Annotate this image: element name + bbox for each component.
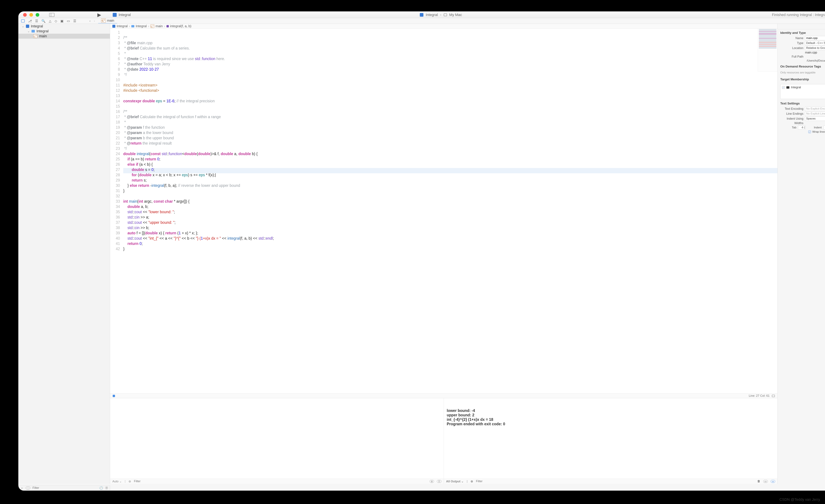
target-membership-box: ✓ Integral — [780, 84, 825, 99]
navigator-item-label: main — [39, 34, 47, 38]
console-view-option[interactable]: ▭ — [763, 480, 768, 483]
find-icon[interactable]: 🔍 — [42, 19, 46, 23]
console-view[interactable]: lower bound: -4 upper bound: 2 int_{-4}^… — [444, 398, 778, 484]
editor-tab[interactable]: C+ main — [98, 18, 117, 23]
tests-icon[interactable]: ◇ — [55, 19, 57, 23]
jump-bar[interactable]: Integral › Integral › C+ main › integral… — [110, 24, 777, 29]
indent-using-select[interactable]: Spaces⌄ — [805, 117, 825, 121]
variables-filter-input[interactable] — [134, 480, 167, 483]
tab-width-stepper[interactable]: 4 — [798, 126, 806, 130]
project-navigator-icon[interactable] — [21, 19, 25, 22]
line-gutter: 1234567891011121314151617181920212223242… — [110, 29, 122, 393]
toggle-navigator-icon[interactable] — [49, 13, 55, 17]
name-field[interactable] — [805, 36, 825, 40]
console-footer: All Output ⌄ | ⊜ 🗑 ▭ ▭ — [444, 479, 778, 484]
trash-icon[interactable]: 🗑 — [757, 480, 760, 483]
filter-icon: ⊜ — [470, 480, 473, 483]
editor-options-icon[interactable] — [772, 395, 775, 397]
titlebar: ▶ Integral Integral › My Mac Finished ru… — [18, 11, 825, 18]
nav-forward-icon[interactable]: › — [94, 19, 95, 23]
debug-area: Auto ⌄ | ⊜ ⊞ ☰ lower bound: -4 upper bou… — [110, 398, 777, 484]
navigator-footer: ＋ ⬚ 🕘 ☰ — [18, 485, 110, 491]
minimize-window-icon[interactable] — [29, 13, 33, 17]
activity-status: Finished running Integral : Integral — [772, 13, 825, 17]
odr-note: Only resources are taggable — [778, 70, 825, 76]
navigator-project-item[interactable]: ⌄ Integral — [18, 24, 110, 29]
debug-icon[interactable]: ▣ — [60, 19, 64, 23]
encoding-select[interactable]: No Explicit Encoding⌄ — [805, 106, 825, 111]
filter-icon: ⊜ — [129, 480, 131, 483]
jumpbar-segment[interactable]: Integral — [136, 24, 147, 28]
scheme-label: Integral — [426, 13, 438, 17]
disclosure-icon[interactable]: ⌄ — [22, 24, 24, 28]
indent-width-stepper[interactable]: 4 — [823, 126, 825, 130]
location-select[interactable]: Relative to Group⌄ — [805, 46, 825, 50]
navigator-item-label: Integral — [36, 29, 49, 33]
project-title: Integral — [113, 13, 131, 17]
jumpbar-segment[interactable]: main — [156, 24, 163, 28]
destination-label: My Mac — [449, 13, 462, 17]
recent-filter-icon[interactable]: 🕘 — [99, 486, 103, 490]
jumpbar-segment[interactable]: integral(f, a, b) — [170, 24, 192, 28]
chevron-right-icon: › — [129, 24, 130, 28]
fullpath-label: Full Path — [780, 55, 805, 58]
source-control-icon[interactable]: ⎇ — [28, 19, 32, 23]
issues-icon[interactable]: △ — [49, 19, 51, 23]
add-icon[interactable]: ＋ — [20, 486, 23, 490]
code-editor[interactable]: 1234567891011121314151617181920212223242… — [110, 29, 777, 393]
variables-scope[interactable]: Auto ⌄ — [112, 480, 122, 483]
console-view-option[interactable]: ▭ — [771, 480, 775, 483]
type-label: Type — [780, 42, 805, 45]
inspector-tabs: 📄 🕘 ❔ — [778, 24, 825, 29]
cpp-file-icon: C+ — [33, 34, 37, 38]
wrap-lines-checkbox[interactable]: ✓ — [808, 131, 811, 133]
identity-section-title: Identity and Type — [780, 31, 825, 34]
nav-back-icon[interactable]: ‹ — [89, 19, 91, 23]
scheme-destination[interactable]: Integral › My Mac — [420, 13, 462, 17]
indent-width-label: Indent — [814, 126, 822, 129]
code-area[interactable]: /** * @file main.cpp * @brief Calculate … — [122, 29, 777, 393]
encoding-label: Text Encoding — [780, 107, 805, 111]
breakpoint-toggle-icon[interactable] — [113, 395, 115, 397]
tab-width-label: Tab — [792, 126, 796, 129]
variables-view-option[interactable]: ☰ — [437, 480, 441, 483]
zoom-window-icon[interactable] — [35, 13, 39, 17]
console-filter-input[interactable] — [476, 480, 509, 483]
folder-icon — [31, 30, 35, 32]
navigator-folder-item[interactable]: ⌄ Integral — [18, 29, 110, 34]
variables-view-option[interactable]: ⊞ — [430, 480, 434, 483]
symbols-icon[interactable]: ☰ — [35, 19, 38, 23]
navigator-item-label: Integral — [31, 24, 43, 28]
indent-using-label: Indent Using — [780, 117, 805, 121]
chevron-right-icon: › — [440, 13, 441, 17]
mac-icon — [444, 13, 447, 16]
reports-icon[interactable]: ☰ — [73, 19, 76, 23]
filter-scope-icon[interactable]: ⬚ — [26, 487, 30, 490]
fullpath-value: /Users/tvj/Documents/Code/C++/Interestin… — [780, 59, 825, 62]
chevron-right-icon: › — [164, 24, 165, 28]
scm-filter-icon[interactable]: ☰ — [105, 486, 108, 490]
name-label: Name — [780, 37, 805, 40]
run-button-icon[interactable]: ▶ — [97, 12, 101, 18]
console-output: lower bound: -4 upper bound: 2 int_{-4}^… — [447, 409, 775, 426]
target-membership-item[interactable]: ✓ Integral — [782, 86, 825, 89]
window-controls — [18, 13, 39, 17]
disclosure-icon[interactable]: ⌄ — [27, 29, 30, 33]
cpp-file-icon: C+ — [101, 18, 105, 22]
line-endings-label: Line Endings — [780, 112, 805, 116]
jumpbar-segment[interactable]: Integral — [117, 24, 128, 28]
breakpoints-icon[interactable]: ▭ — [67, 19, 70, 23]
location-label: Location — [780, 46, 805, 50]
close-window-icon[interactable] — [23, 13, 27, 17]
checkbox-icon[interactable]: ✓ — [782, 86, 785, 89]
variables-view[interactable]: Auto ⌄ | ⊜ ⊞ ☰ — [110, 398, 444, 484]
project-title-label: Integral — [119, 13, 131, 17]
navigator-file-item[interactable]: C+ main — [18, 34, 110, 39]
project-icon — [26, 24, 29, 28]
console-scope[interactable]: All Output ⌄ — [446, 480, 464, 483]
chevron-right-icon: › — [148, 24, 149, 28]
navigator-filter-input[interactable] — [32, 486, 97, 490]
type-select[interactable]: Default - C++ Source⌄ — [805, 41, 825, 45]
method-icon — [166, 25, 169, 27]
line-endings-select[interactable]: No Explicit Line Endings⌄ — [805, 112, 825, 116]
